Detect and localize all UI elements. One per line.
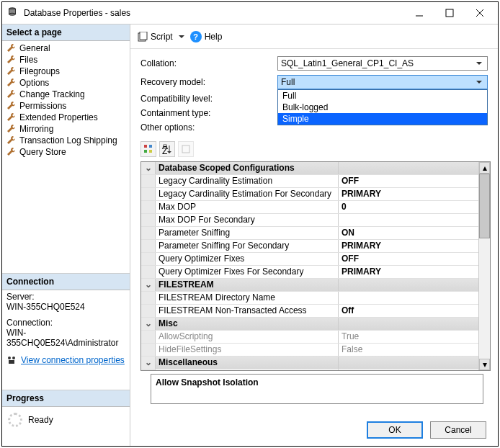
server-label: Server: (2, 290, 130, 302)
property-row[interactable]: Parameter SniffingON (141, 227, 490, 240)
recovery-label: Recovery model: (140, 77, 277, 87)
recovery-combo[interactable]: Full (277, 75, 488, 89)
script-button[interactable]: Script (138, 32, 173, 42)
script-dropdown-icon[interactable] (179, 35, 184, 38)
wrench-icon (6, 135, 17, 145)
group-misc[interactable]: ⌄Misc (141, 318, 490, 331)
recovery-option-simple[interactable]: Simple (278, 113, 487, 125)
titlebar: Database Properties - sales (2, 2, 498, 24)
collapse-icon[interactable]: ⌄ (141, 279, 156, 291)
window: Database Properties - sales Select a pag… (1, 1, 499, 447)
sidebar-item-files[interactable]: Files (2, 54, 130, 66)
wrench-icon (6, 147, 17, 157)
cancel-button[interactable]: Cancel (430, 421, 486, 439)
svg-text:Z: Z (162, 146, 167, 154)
sidebar-item-filegroups[interactable]: Filegroups (2, 66, 130, 77)
grid-scrollbar[interactable]: ▴ ▾ (478, 162, 490, 370)
progress-spinner-icon (8, 413, 22, 427)
property-row[interactable]: Parameter Sniffing For SecondaryPRIMARY (141, 240, 490, 253)
collation-label: Collation: (140, 58, 277, 68)
svg-rect-20 (182, 145, 189, 153)
connection-properties-icon (6, 355, 17, 365)
scroll-up-icon[interactable]: ▴ (479, 162, 490, 174)
window-title: Database Properties - sales (24, 8, 404, 18)
group-miscellaneous[interactable]: ⌄Miscellaneous (141, 357, 490, 369)
sidebar-item-permissions[interactable]: Permissions (2, 100, 130, 112)
property-row[interactable]: AllowScriptingTrue (141, 331, 490, 344)
svg-point-7 (8, 357, 11, 359)
property-row[interactable]: Max DOP For Secondary (141, 214, 490, 227)
sidebar-item-extended-properties[interactable]: Extended Properties (2, 112, 130, 123)
property-row[interactable]: FILESTREAM Directory Name (141, 292, 490, 305)
svg-rect-4 (446, 9, 453, 17)
minimize-button[interactable] (404, 3, 434, 23)
wrench-icon (6, 55, 17, 65)
sort-button[interactable]: AZ (159, 141, 175, 157)
property-row[interactable]: FILESTREAM Non-Transacted AccessOff (141, 305, 490, 318)
svg-rect-9 (9, 360, 14, 364)
sidebar-item-change-tracking[interactable]: Change Tracking (2, 89, 130, 100)
progress-status: Ready (28, 415, 53, 425)
containment-label: Containment type: (140, 108, 277, 118)
page-list: GeneralFilesFilegroupsOptionsChange Trac… (2, 41, 130, 159)
svg-rect-15 (149, 150, 152, 153)
property-row[interactable]: Legacy Cardinality Estimation For Second… (141, 188, 490, 201)
property-row[interactable]: Max DOP0 (141, 201, 490, 214)
help-button[interactable]: ? Help (190, 31, 223, 42)
left-panel: Select a page GeneralFilesFilegroupsOpti… (2, 24, 130, 446)
svg-point-8 (12, 357, 15, 359)
sidebar-item-mirroring[interactable]: Mirroring (2, 123, 130, 135)
sidebar-item-transaction-log-shipping[interactable]: Transaction Log Shipping (2, 135, 130, 146)
categorized-button[interactable] (140, 141, 156, 157)
group-filestream[interactable]: ⌄FILESTREAM (141, 279, 490, 292)
options-form: Collation: SQL_Latin1_General_CP1_CI_AS … (130, 49, 498, 141)
database-icon (8, 7, 19, 19)
property-row[interactable]: Query Optimizer Fixes For SecondaryPRIMA… (141, 266, 490, 279)
right-panel: Script ? Help Collation: SQL_Latin1_Gene… (130, 24, 498, 446)
ok-button[interactable]: OK (367, 421, 423, 439)
close-button[interactable] (465, 3, 495, 23)
connection-value: WIN-355CHQ0E524\Administrator (2, 328, 130, 352)
collapse-icon[interactable]: ⌄ (141, 162, 156, 174)
svg-rect-13 (144, 150, 147, 153)
dialog-footer: OK Cancel (130, 414, 498, 446)
progress-header: Progress (2, 390, 130, 407)
select-page-header: Select a page (2, 24, 130, 41)
chevron-down-icon (474, 81, 484, 84)
recovery-option-full[interactable]: Full (278, 90, 487, 102)
grid-toolbar: AZ (130, 141, 498, 161)
sidebar-item-options[interactable]: Options (2, 77, 130, 89)
scrollbar-thumb[interactable] (479, 174, 490, 238)
recovery-option-bulk-logged[interactable]: Bulk-logged (278, 102, 487, 113)
help-icon: ? (190, 31, 202, 42)
property-row[interactable]: HideFileSettingsFalse (141, 344, 490, 357)
wrench-icon (6, 78, 17, 88)
svg-point-2 (9, 13, 16, 15)
scroll-down-icon[interactable]: ▾ (479, 359, 490, 370)
chevron-down-icon (474, 62, 484, 65)
property-grid: ⌄Database Scoped ConfigurationsLegacy Ca… (140, 161, 491, 371)
wrench-icon (6, 43, 17, 53)
view-connection-link[interactable]: View connection properties (21, 355, 125, 365)
property-description: Allow Snapshot Isolation (151, 374, 483, 404)
svg-rect-12 (144, 145, 147, 148)
collation-combo[interactable]: SQL_Latin1_General_CP1_CI_AS (277, 56, 488, 71)
collapse-icon[interactable]: ⌄ (141, 318, 156, 330)
property-row[interactable]: Legacy Cardinality EstimationOFF (141, 175, 490, 188)
sidebar-item-query-store[interactable]: Query Store (2, 146, 130, 158)
wrench-icon (6, 66, 17, 76)
group-database-scoped-configurations[interactable]: ⌄Database Scoped Configurations (141, 162, 490, 175)
connection-header: Connection (2, 274, 130, 290)
wrench-icon (6, 112, 17, 122)
sidebar-item-general[interactable]: General (2, 42, 130, 54)
wrench-icon (6, 101, 17, 111)
svg-marker-19 (167, 151, 171, 153)
maximize-button[interactable] (434, 3, 465, 23)
property-row[interactable]: Allow Snapshot IsolationFalse (141, 369, 490, 370)
connection-label: Connection: (2, 316, 130, 328)
wrench-icon (6, 124, 17, 134)
pages-button[interactable] (178, 141, 194, 157)
property-row[interactable]: Query Optimizer FixesOFF (141, 253, 490, 266)
collapse-icon[interactable]: ⌄ (141, 357, 156, 369)
toolbar: Script ? Help (130, 24, 498, 49)
